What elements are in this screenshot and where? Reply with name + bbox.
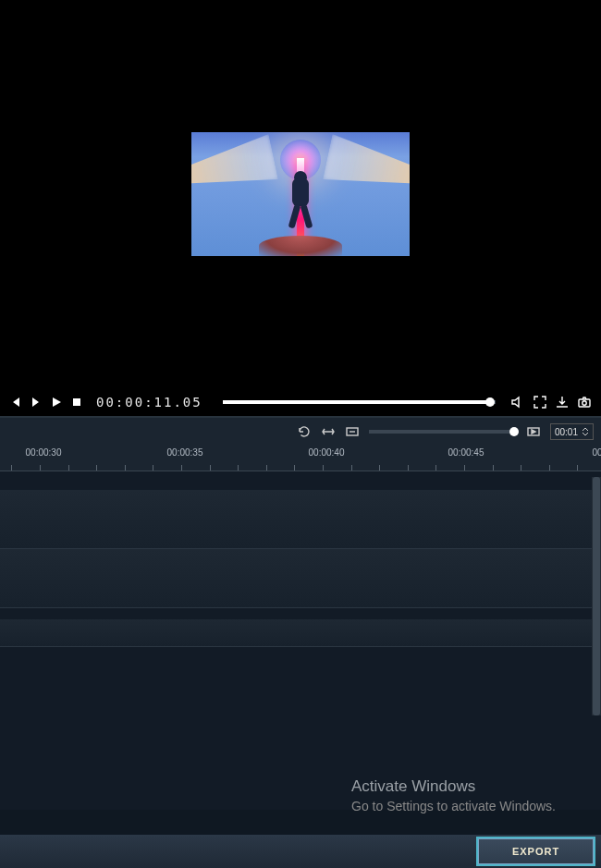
track-row[interactable] — [0, 490, 601, 549]
letterbox-bottom — [191, 256, 410, 388]
timeline-ruler[interactable]: 00:00:3000:00:3500:00:4000:00:4500 — [0, 446, 601, 471]
track-spacer — [0, 471, 601, 490]
refresh-icon[interactable] — [297, 424, 312, 439]
time-step-value: 00:01 — [555, 427, 578, 437]
preview-viewport — [0, 0, 601, 388]
letterbox-top — [191, 0, 410, 132]
ruler-label: 00 — [592, 447, 601, 458]
ruler-label: 00:00:40 — [309, 447, 345, 458]
playback-scrubber-thumb[interactable] — [485, 397, 495, 407]
playback-scrubber-fill — [223, 400, 490, 404]
preview-canvas — [191, 0, 410, 388]
timecode-display: 00:00:11.05 — [96, 395, 202, 410]
volume-icon[interactable] — [510, 395, 525, 410]
time-step-spinner[interactable]: 00:01 — [550, 423, 594, 440]
stop-button[interactable] — [70, 396, 83, 409]
timeline-toolbar: 00:01 — [0, 418, 601, 446]
vertical-scrollbar[interactable] — [592, 477, 601, 715]
zoom-slider-thumb[interactable] — [509, 427, 519, 436]
prev-frame-button[interactable] — [9, 396, 22, 409]
ruler-label: 00:00:35 — [167, 447, 203, 458]
svg-point-2 — [583, 401, 586, 405]
playback-bar: 00:00:11.05 — [0, 388, 601, 418]
fit-width-icon[interactable] — [321, 424, 336, 439]
ruler-label: 00:00:45 — [448, 447, 484, 458]
export-button-label: EXPORT — [512, 846, 559, 857]
snapshot-icon[interactable] — [577, 395, 592, 410]
track-row[interactable] — [0, 549, 601, 608]
track-row[interactable] — [0, 619, 601, 647]
export-button[interactable]: EXPORT — [478, 838, 594, 864]
next-frame-button[interactable] — [30, 396, 43, 409]
playback-scrubber[interactable] — [223, 400, 496, 404]
export-frame-icon[interactable] — [555, 395, 570, 410]
preview-quality-icon[interactable] — [526, 424, 541, 439]
timeline-tracks — [0, 471, 601, 810]
video-frame — [191, 132, 410, 256]
zoom-slider[interactable] — [369, 430, 517, 434]
fullscreen-icon[interactable] — [533, 395, 547, 410]
bottom-bar: EXPORT — [0, 835, 601, 868]
vertical-scrollbar-thumb[interactable] — [593, 477, 600, 715]
zoom-to-fit-icon[interactable] — [345, 424, 360, 439]
track-spacer — [0, 608, 601, 619]
play-button[interactable] — [50, 396, 63, 409]
ruler-label: 00:00:30 — [26, 447, 62, 458]
svg-rect-0 — [73, 398, 80, 406]
spinner-down-icon[interactable] — [582, 432, 589, 436]
track-empty-area — [0, 647, 601, 810]
